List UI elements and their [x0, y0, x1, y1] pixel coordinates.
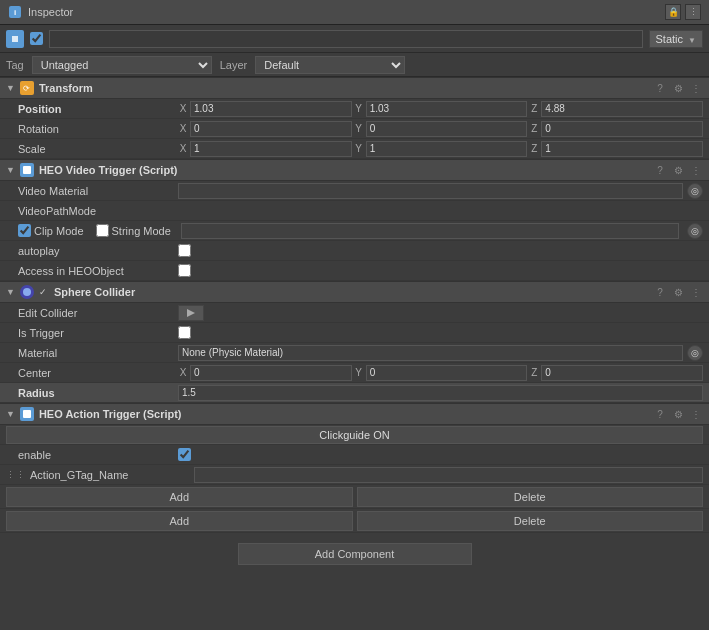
position-y-input[interactable]: [366, 101, 528, 117]
video-material-label: Video Material: [18, 185, 178, 197]
position-y-label: Y: [354, 103, 364, 114]
video-trigger-collapse-arrow[interactable]: ▼: [6, 165, 15, 175]
position-x-input[interactable]: [190, 101, 352, 117]
title-text: Inspector: [28, 6, 73, 18]
center-y-label: Y: [354, 367, 364, 378]
scale-y-label: Y: [354, 143, 364, 154]
string-mode-circle-btn[interactable]: ◎: [687, 223, 703, 239]
add-delete-row-1: Add Delete: [0, 485, 709, 509]
is-trigger-checkbox[interactable]: [178, 326, 191, 339]
rotation-z-input[interactable]: [541, 121, 703, 137]
clip-mode-checkbox[interactable]: [18, 224, 31, 237]
action-trigger-help-btn[interactable]: ?: [653, 407, 667, 421]
video-trigger-icon: [20, 163, 34, 177]
autoplay-label: autoplay: [18, 245, 178, 257]
center-x-input[interactable]: [190, 365, 352, 381]
scale-x-label: X: [178, 143, 188, 154]
string-mode-label: String Mode: [112, 225, 171, 237]
enable-checkbox[interactable]: [178, 448, 191, 461]
rotation-x-input[interactable]: [190, 121, 352, 137]
video-trigger-help-btn[interactable]: ?: [653, 163, 667, 177]
action-gtag-input[interactable]: [194, 467, 703, 483]
transform-help-btn[interactable]: ?: [653, 81, 667, 95]
active-checkbox[interactable]: [30, 32, 43, 45]
edit-collider-label: Edit Collider: [18, 307, 178, 319]
sphere-collider-menu-btn[interactable]: ⋮: [689, 285, 703, 299]
delete-button-2[interactable]: Delete: [357, 511, 704, 531]
transform-section-header: ▼ ⟳ Transform ? ⚙ ⋮: [0, 77, 709, 99]
scale-y-input[interactable]: [366, 141, 528, 157]
action-trigger-section-header: ▼ HEO Action Trigger (Script) ? ⚙ ⋮: [0, 403, 709, 425]
position-row: Position X Y Z: [0, 99, 709, 119]
video-material-input[interactable]: [178, 183, 683, 199]
rotation-xyz: X Y Z: [178, 121, 703, 137]
position-z-label: Z: [529, 103, 539, 114]
transform-settings-btn[interactable]: ⚙: [671, 81, 685, 95]
clickguide-row: Clickguide ON: [0, 425, 709, 445]
sphere-collider-collapse-arrow[interactable]: ▼: [6, 287, 15, 297]
access-heo-checkbox[interactable]: [178, 264, 191, 277]
video-material-circle-btn[interactable]: ◎: [687, 183, 703, 199]
position-z-input[interactable]: [541, 101, 703, 117]
rotation-y-label: Y: [354, 123, 364, 134]
add-button-2[interactable]: Add: [6, 511, 353, 531]
center-row: Center X Y Z: [0, 363, 709, 383]
add-component-button[interactable]: Add Component: [238, 543, 472, 565]
video-pathmode-row: VideoPathMode: [0, 201, 709, 221]
clickguide-button[interactable]: Clickguide ON: [6, 426, 703, 444]
scale-z-input[interactable]: [541, 141, 703, 157]
static-button[interactable]: Static ▼: [649, 30, 704, 48]
action-trigger-settings-btn[interactable]: ⚙: [671, 407, 685, 421]
collider-material-row: Material ◎: [0, 343, 709, 363]
inspector-content: ▼ ⟳ Transform ? ⚙ ⋮ Position X Y Z: [0, 77, 709, 630]
center-xyz: X Y Z: [178, 365, 703, 381]
collider-material-input[interactable]: [178, 345, 683, 361]
lock-btn[interactable]: 🔒: [665, 4, 681, 20]
collider-material-label: Material: [18, 347, 178, 359]
video-trigger-settings-btn[interactable]: ⚙: [671, 163, 685, 177]
delete-button-1[interactable]: Delete: [357, 487, 704, 507]
string-mode-group: String Mode: [96, 224, 171, 237]
menu-btn[interactable]: ⋮: [685, 4, 701, 20]
object-name-input[interactable]: [49, 30, 643, 48]
add-button-1[interactable]: Add: [6, 487, 353, 507]
scale-x-input[interactable]: [190, 141, 352, 157]
autoplay-checkbox[interactable]: [178, 244, 191, 257]
transform-collapse-arrow[interactable]: ▼: [6, 83, 15, 93]
collider-material-circle-btn[interactable]: ◎: [687, 345, 703, 361]
rotation-x-label: X: [178, 123, 188, 134]
radius-label: Radius: [18, 387, 178, 399]
radius-input[interactable]: [178, 385, 703, 401]
layer-label: Layer: [220, 59, 248, 71]
layer-select[interactable]: Default: [255, 56, 405, 74]
center-z-input[interactable]: [541, 365, 703, 381]
action-trigger-collapse-arrow[interactable]: ▼: [6, 409, 15, 419]
sphere-collider-settings-btn[interactable]: ⚙: [671, 285, 685, 299]
action-trigger-title: HEO Action Trigger (Script): [39, 408, 648, 420]
position-x-label: X: [178, 103, 188, 114]
scale-z-label: Z: [529, 143, 539, 154]
edit-collider-button[interactable]: [178, 305, 204, 321]
access-heo-label: Access in HEOObject: [18, 265, 178, 277]
sphere-collider-icon: [20, 285, 34, 299]
action-trigger-menu-btn[interactable]: ⋮: [689, 407, 703, 421]
center-y-input[interactable]: [366, 365, 528, 381]
sphere-collider-active-check: ✓: [39, 287, 47, 297]
string-mode-checkbox[interactable]: [96, 224, 109, 237]
sphere-collider-title: Sphere Collider: [54, 286, 648, 298]
svg-rect-6: [23, 410, 31, 418]
add-component-row: Add Component: [0, 533, 709, 575]
tag-select[interactable]: Untagged: [32, 56, 212, 74]
svg-text:i: i: [14, 8, 16, 17]
rotation-y-input[interactable]: [366, 121, 528, 137]
video-trigger-title: HEO Video Trigger (Script): [39, 164, 648, 176]
string-mode-input[interactable]: [181, 223, 679, 239]
static-dropdown-arrow: ▼: [688, 36, 696, 45]
sphere-collider-help-btn[interactable]: ?: [653, 285, 667, 299]
video-trigger-menu-btn[interactable]: ⋮: [689, 163, 703, 177]
enable-row: enable: [0, 445, 709, 465]
transform-icon: ⟳: [20, 81, 34, 95]
transform-menu-btn[interactable]: ⋮: [689, 81, 703, 95]
autoplay-row: autoplay: [0, 241, 709, 261]
action-gtag-label: Action_GTag_Name: [30, 469, 190, 481]
